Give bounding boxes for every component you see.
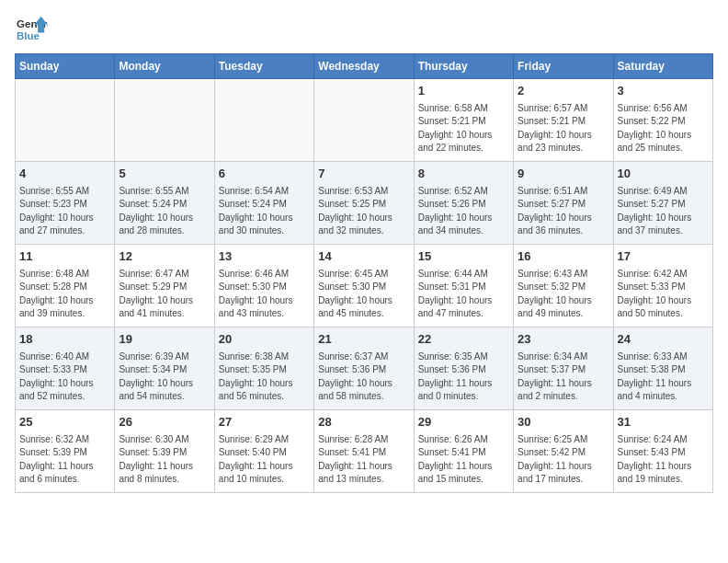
day-info: Sunrise: 6:51 AM Sunset: 5:27 PM Dayligh… [518,185,609,238]
calendar-cell: 18Sunrise: 6:40 AM Sunset: 5:33 PM Dayli… [16,327,115,410]
day-number: 10 [618,166,709,183]
calendar-cell: 9Sunrise: 6:51 AM Sunset: 5:27 PM Daylig… [514,162,613,245]
day-number: 4 [19,166,110,183]
header-row: SundayMondayTuesdayWednesdayThursdayFrid… [16,54,713,79]
day-info: Sunrise: 6:30 AM Sunset: 5:39 PM Dayligh… [119,433,210,487]
header-cell-friday: Friday [514,54,613,79]
day-number: 19 [119,331,210,349]
header-cell-thursday: Thursday [414,54,513,79]
day-number: 23 [518,331,609,349]
logo-icon: General Blue [15,15,48,44]
day-number: 1 [418,83,509,100]
calendar-cell: 23Sunrise: 6:34 AM Sunset: 5:37 PM Dayli… [514,327,613,410]
day-number: 8 [418,166,509,183]
calendar-cell: 5Sunrise: 6:55 AM Sunset: 5:24 PM Daylig… [115,162,214,245]
day-info: Sunrise: 6:37 AM Sunset: 5:36 PM Dayligh… [318,350,409,404]
day-number: 24 [618,331,709,349]
calendar-cell: 1Sunrise: 6:58 AM Sunset: 5:21 PM Daylig… [414,79,513,162]
day-info: Sunrise: 6:55 AM Sunset: 5:23 PM Dayligh… [19,185,110,238]
svg-text:Blue: Blue [17,30,40,41]
day-info: Sunrise: 6:44 AM Sunset: 5:31 PM Dayligh… [418,268,509,321]
header-cell-wednesday: Wednesday [314,54,414,79]
day-number: 17 [618,248,709,266]
day-number: 13 [219,248,310,266]
calendar-cell: 27Sunrise: 6:29 AM Sunset: 5:40 PM Dayli… [214,410,313,493]
calendar-cell: 3Sunrise: 6:56 AM Sunset: 5:22 PM Daylig… [613,79,712,162]
calendar-cell: 4Sunrise: 6:55 AM Sunset: 5:23 PM Daylig… [16,162,115,245]
calendar-week: 1Sunrise: 6:58 AM Sunset: 5:21 PM Daylig… [16,79,713,162]
day-info: Sunrise: 6:43 AM Sunset: 5:32 PM Dayligh… [518,268,609,321]
day-info: Sunrise: 6:58 AM Sunset: 5:21 PM Dayligh… [418,102,509,155]
day-info: Sunrise: 6:34 AM Sunset: 5:37 PM Dayligh… [518,350,609,404]
day-info: Sunrise: 6:28 AM Sunset: 5:41 PM Dayligh… [318,433,409,487]
day-info: Sunrise: 6:25 AM Sunset: 5:42 PM Dayligh… [518,433,609,487]
day-info: Sunrise: 6:47 AM Sunset: 5:29 PM Dayligh… [119,268,210,321]
day-number: 27 [219,414,310,431]
calendar-cell: 21Sunrise: 6:37 AM Sunset: 5:36 PM Dayli… [314,327,414,410]
page-header: General Blue [15,15,713,44]
calendar-cell: 28Sunrise: 6:28 AM Sunset: 5:41 PM Dayli… [314,410,414,493]
day-info: Sunrise: 6:35 AM Sunset: 5:36 PM Dayligh… [418,350,509,404]
calendar-header: SundayMondayTuesdayWednesdayThursdayFrid… [16,54,713,79]
header-cell-saturday: Saturday [613,54,712,79]
day-number: 30 [518,414,609,431]
calendar-cell: 10Sunrise: 6:49 AM Sunset: 5:27 PM Dayli… [613,162,712,245]
day-number: 11 [19,248,110,266]
day-info: Sunrise: 6:48 AM Sunset: 5:28 PM Dayligh… [19,268,110,321]
calendar-cell [115,79,214,162]
day-number: 14 [318,248,409,266]
day-info: Sunrise: 6:52 AM Sunset: 5:26 PM Dayligh… [418,185,509,238]
calendar-cell [314,79,414,162]
day-number: 31 [618,414,709,431]
day-info: Sunrise: 6:40 AM Sunset: 5:33 PM Dayligh… [19,350,110,404]
day-number: 16 [518,248,609,266]
logo: General Blue [15,15,48,44]
day-number: 2 [518,83,609,100]
calendar-body: 1Sunrise: 6:58 AM Sunset: 5:21 PM Daylig… [16,79,713,493]
calendar-week: 25Sunrise: 6:32 AM Sunset: 5:39 PM Dayli… [16,410,713,493]
calendar-cell: 15Sunrise: 6:44 AM Sunset: 5:31 PM Dayli… [414,245,513,327]
calendar-cell: 20Sunrise: 6:38 AM Sunset: 5:35 PM Dayli… [214,327,313,410]
day-number: 18 [19,331,110,349]
calendar-cell: 2Sunrise: 6:57 AM Sunset: 5:21 PM Daylig… [514,79,613,162]
calendar-cell: 6Sunrise: 6:54 AM Sunset: 5:24 PM Daylig… [214,162,313,245]
calendar-cell: 11Sunrise: 6:48 AM Sunset: 5:28 PM Dayli… [16,245,115,327]
day-info: Sunrise: 6:56 AM Sunset: 5:22 PM Dayligh… [618,102,709,155]
day-number: 29 [418,414,509,431]
calendar-cell: 25Sunrise: 6:32 AM Sunset: 5:39 PM Dayli… [16,410,115,493]
calendar-cell: 14Sunrise: 6:45 AM Sunset: 5:30 PM Dayli… [314,245,414,327]
day-number: 9 [518,166,609,183]
calendar-cell: 26Sunrise: 6:30 AM Sunset: 5:39 PM Dayli… [115,410,214,493]
day-number: 20 [219,331,310,349]
day-info: Sunrise: 6:24 AM Sunset: 5:43 PM Dayligh… [618,433,709,487]
calendar-cell: 31Sunrise: 6:24 AM Sunset: 5:43 PM Dayli… [613,410,712,493]
calendar-cell: 13Sunrise: 6:46 AM Sunset: 5:30 PM Dayli… [214,245,313,327]
calendar-cell: 24Sunrise: 6:33 AM Sunset: 5:38 PM Dayli… [613,327,712,410]
day-info: Sunrise: 6:53 AM Sunset: 5:25 PM Dayligh… [318,185,409,238]
day-number: 7 [318,166,409,183]
day-number: 25 [19,414,110,431]
calendar-cell [16,79,115,162]
day-info: Sunrise: 6:32 AM Sunset: 5:39 PM Dayligh… [19,433,110,487]
day-info: Sunrise: 6:39 AM Sunset: 5:34 PM Dayligh… [119,350,210,404]
day-info: Sunrise: 6:33 AM Sunset: 5:38 PM Dayligh… [618,350,709,404]
day-info: Sunrise: 6:26 AM Sunset: 5:41 PM Dayligh… [418,433,509,487]
day-number: 6 [219,166,310,183]
calendar-cell: 8Sunrise: 6:52 AM Sunset: 5:26 PM Daylig… [414,162,513,245]
day-info: Sunrise: 6:42 AM Sunset: 5:33 PM Dayligh… [618,268,709,321]
calendar-week: 4Sunrise: 6:55 AM Sunset: 5:23 PM Daylig… [16,162,713,245]
day-info: Sunrise: 6:57 AM Sunset: 5:21 PM Dayligh… [518,102,609,155]
day-info: Sunrise: 6:49 AM Sunset: 5:27 PM Dayligh… [618,185,709,238]
day-number: 22 [418,331,509,349]
calendar-cell: 22Sunrise: 6:35 AM Sunset: 5:36 PM Dayli… [414,327,513,410]
day-number: 5 [119,166,210,183]
day-number: 26 [119,414,210,431]
day-info: Sunrise: 6:45 AM Sunset: 5:30 PM Dayligh… [318,268,409,321]
day-number: 12 [119,248,210,266]
calendar-table: SundayMondayTuesdayWednesdayThursdayFrid… [15,53,713,493]
day-info: Sunrise: 6:38 AM Sunset: 5:35 PM Dayligh… [219,350,310,404]
calendar-cell: 30Sunrise: 6:25 AM Sunset: 5:42 PM Dayli… [514,410,613,493]
day-info: Sunrise: 6:55 AM Sunset: 5:24 PM Dayligh… [119,185,210,238]
day-number: 15 [418,248,509,266]
calendar-cell [214,79,313,162]
